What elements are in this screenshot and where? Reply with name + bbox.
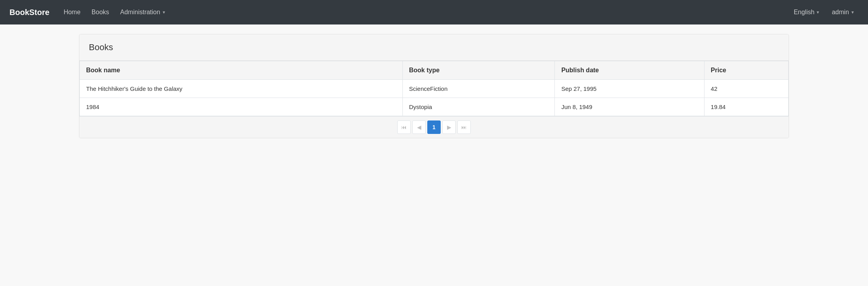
- table-body: The Hitchhiker's Guide to the Galaxy Sci…: [80, 80, 789, 116]
- main-content: Books Book name Book type Publish date P…: [0, 24, 868, 148]
- table-row: 1984 Dystopia Jun 8, 1949 19.84: [80, 98, 789, 116]
- user-dropdown[interactable]: admin ▾: [827, 6, 859, 19]
- nav-link-books[interactable]: Books: [87, 6, 114, 19]
- nav-link-home[interactable]: Home: [59, 6, 85, 19]
- chevron-down-icon: ▾: [163, 9, 165, 15]
- cell-book-name-2: 1984: [80, 98, 403, 116]
- col-header-publish-date: Publish date: [555, 61, 704, 80]
- cell-book-type-2: Dystopia: [402, 98, 555, 116]
- pagination-prev-button[interactable]: ◀: [412, 120, 426, 134]
- prev-page-icon: ◀: [417, 124, 421, 130]
- col-header-price: Price: [704, 61, 788, 80]
- user-label: admin: [832, 9, 849, 16]
- next-page-icon: ▶: [447, 124, 451, 130]
- pagination-next-button[interactable]: ▶: [442, 120, 456, 134]
- books-card: Books Book name Book type Publish date P…: [79, 34, 789, 138]
- last-page-icon: ⏭: [461, 124, 467, 130]
- navbar: BookStore Home Books Administration ▾ En…: [0, 0, 868, 24]
- language-dropdown[interactable]: English ▾: [789, 6, 824, 19]
- page-title: Books: [89, 42, 779, 53]
- cell-book-name-1: The Hitchhiker's Guide to the Galaxy: [80, 80, 403, 98]
- nav-dropdown-label: Administration: [120, 9, 160, 16]
- cell-book-type-1: ScienceFiction: [402, 80, 555, 98]
- table-header-row: Book name Book type Publish date Price: [80, 61, 789, 80]
- cell-price-1: 42: [704, 80, 788, 98]
- pagination-first-button[interactable]: ⏮: [397, 120, 411, 134]
- first-page-icon: ⏮: [401, 124, 407, 130]
- cell-publish-date-2: Jun 8, 1949: [555, 98, 704, 116]
- table-head: Book name Book type Publish date Price: [80, 61, 789, 80]
- user-chevron-icon: ▾: [851, 9, 854, 15]
- cell-price-2: 19.84: [704, 98, 788, 116]
- table-row: The Hitchhiker's Guide to the Galaxy Sci…: [80, 80, 789, 98]
- nav-dropdown-administration[interactable]: Administration ▾: [115, 6, 169, 19]
- navbar-brand[interactable]: BookStore: [9, 8, 49, 17]
- col-header-book-type: Book type: [402, 61, 555, 80]
- navbar-nav: Home Books Administration ▾: [59, 6, 789, 19]
- language-label: English: [794, 9, 814, 16]
- navbar-right: English ▾ admin ▾: [789, 6, 859, 19]
- card-header: Books: [79, 34, 789, 61]
- pagination: ⏮ ◀ 1 ▶ ⏭: [79, 116, 789, 138]
- cell-publish-date-1: Sep 27, 1995: [555, 80, 704, 98]
- books-table: Book name Book type Publish date Price T…: [79, 61, 789, 116]
- col-header-book-name: Book name: [80, 61, 403, 80]
- language-chevron-icon: ▾: [817, 9, 819, 15]
- pagination-page-1-button[interactable]: 1: [427, 120, 441, 134]
- pagination-last-button[interactable]: ⏭: [457, 120, 471, 134]
- card-body: Book name Book type Publish date Price T…: [79, 61, 789, 138]
